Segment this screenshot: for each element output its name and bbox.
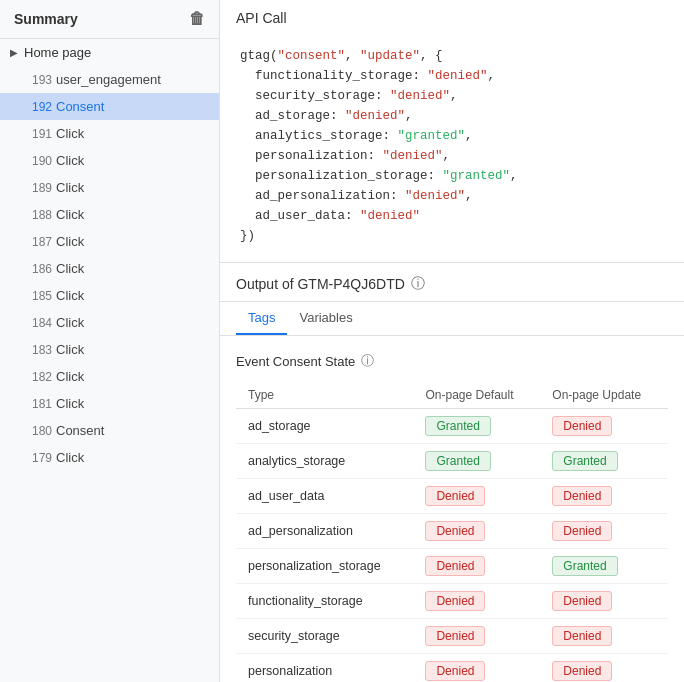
item-label: Click xyxy=(56,342,84,357)
sidebar-item-184[interactable]: 184Click xyxy=(0,309,219,336)
api-call-section: API Call gtag("consent", "update", { fun… xyxy=(220,0,684,263)
table-header-row: Type On-page Default On-page Update xyxy=(236,382,668,409)
arrow-icon: ▶ xyxy=(10,47,18,58)
home-page-label: Home page xyxy=(24,45,91,60)
tab-tags[interactable]: Tags xyxy=(236,302,287,335)
cell-default: Denied xyxy=(413,514,540,549)
sidebar-item-185[interactable]: 185Click xyxy=(0,282,219,309)
sidebar-item-191[interactable]: 191Click xyxy=(0,120,219,147)
item-label: Click xyxy=(56,180,84,195)
cell-default: Denied xyxy=(413,584,540,619)
item-num: 181 xyxy=(24,397,52,411)
item-num: 192 xyxy=(24,100,52,114)
cell-type: functionality_storage xyxy=(236,584,413,619)
table-row: ad_storage Granted Denied xyxy=(236,409,668,444)
badge-default: Granted xyxy=(425,451,490,471)
cell-update: Denied xyxy=(540,654,668,683)
badge-update: Denied xyxy=(552,661,612,681)
item-label: Click xyxy=(56,126,84,141)
cell-default: Denied xyxy=(413,654,540,683)
col-default: On-page Default xyxy=(413,382,540,409)
help-icon[interactable]: ⓘ xyxy=(411,275,425,293)
badge-update: Denied xyxy=(552,591,612,611)
badge-default: Denied xyxy=(425,486,485,506)
item-num: 193 xyxy=(24,73,52,87)
sidebar-item-188[interactable]: 188Click xyxy=(0,201,219,228)
cell-type: personalization xyxy=(236,654,413,683)
cell-update: Denied xyxy=(540,479,668,514)
item-num: 188 xyxy=(24,208,52,222)
sidebar-item-187[interactable]: 187Click xyxy=(0,228,219,255)
badge-default: Denied xyxy=(425,556,485,576)
output-title: Output of GTM-P4QJ6DTD xyxy=(236,276,405,292)
badge-update: Granted xyxy=(552,556,617,576)
table-row: security_storage Denied Denied xyxy=(236,619,668,654)
item-num: 187 xyxy=(24,235,52,249)
item-num: 180 xyxy=(24,424,52,438)
tab-variables[interactable]: Variables xyxy=(287,302,364,335)
badge-update: Denied xyxy=(552,416,612,436)
sidebar-item-182[interactable]: 182Click xyxy=(0,363,219,390)
cell-type: ad_storage xyxy=(236,409,413,444)
sidebar-item-186[interactable]: 186Click xyxy=(0,255,219,282)
sidebar-item-180[interactable]: 180Consent xyxy=(0,417,219,444)
consent-table-body: ad_storage Granted Denied analytics_stor… xyxy=(236,409,668,683)
table-row: ad_user_data Denied Denied xyxy=(236,479,668,514)
code-block: gtag("consent", "update", { functionalit… xyxy=(220,36,684,262)
item-label: Click xyxy=(56,153,84,168)
item-num: 191 xyxy=(24,127,52,141)
sidebar-item-192[interactable]: 192Consent xyxy=(0,93,219,120)
cell-update: Denied xyxy=(540,619,668,654)
consent-state-section: Event Consent State ⓘ Type On-page Defau… xyxy=(220,336,684,682)
sidebar-header: Summary 🗑 xyxy=(0,0,219,39)
cell-type: ad_user_data xyxy=(236,479,413,514)
badge-update: Denied xyxy=(552,521,612,541)
sidebar-item-183[interactable]: 183Click xyxy=(0,336,219,363)
sidebar-item-189[interactable]: 189Click xyxy=(0,174,219,201)
item-label: user_engagement xyxy=(56,72,161,87)
item-label: Click xyxy=(56,207,84,222)
cell-update: Denied xyxy=(540,584,668,619)
badge-default: Denied xyxy=(425,661,485,681)
col-type: Type xyxy=(236,382,413,409)
table-row: personalization_storage Denied Granted xyxy=(236,549,668,584)
item-label: Click xyxy=(56,315,84,330)
item-label: Click xyxy=(56,288,84,303)
sidebar-item-193[interactable]: 193user_engagement xyxy=(0,66,219,93)
main-content: API Call gtag("consent", "update", { fun… xyxy=(220,0,684,682)
delete-icon[interactable]: 🗑 xyxy=(189,10,205,28)
badge-default: Granted xyxy=(425,416,490,436)
item-label: Consent xyxy=(56,423,104,438)
badge-default: Denied xyxy=(425,626,485,646)
sidebar-item-179[interactable]: 179Click xyxy=(0,444,219,471)
item-label: Click xyxy=(56,369,84,384)
badge-update: Denied xyxy=(552,626,612,646)
cell-type: security_storage xyxy=(236,619,413,654)
sidebar: Summary 🗑 ▶ Home page 193user_engagement… xyxy=(0,0,220,682)
consent-table: Type On-page Default On-page Update ad_s… xyxy=(236,382,668,682)
cell-default: Granted xyxy=(413,444,540,479)
home-page-item[interactable]: ▶ Home page xyxy=(0,39,219,66)
cell-default: Denied xyxy=(413,619,540,654)
sidebar-item-190[interactable]: 190Click xyxy=(0,147,219,174)
cell-type: personalization_storage xyxy=(236,549,413,584)
cell-default: Granted xyxy=(413,409,540,444)
item-label: Click xyxy=(56,396,84,411)
cell-update: Granted xyxy=(540,549,668,584)
item-num: 182 xyxy=(24,370,52,384)
badge-default: Denied xyxy=(425,521,485,541)
cell-default: Denied xyxy=(413,479,540,514)
item-num: 185 xyxy=(24,289,52,303)
table-row: ad_personalization Denied Denied xyxy=(236,514,668,549)
consent-help-icon[interactable]: ⓘ xyxy=(361,352,374,370)
tabs-row: Tags Variables xyxy=(220,302,684,336)
output-header: Output of GTM-P4QJ6DTD ⓘ xyxy=(220,263,684,302)
col-update: On-page Update xyxy=(540,382,668,409)
item-num: 190 xyxy=(24,154,52,168)
sidebar-item-181[interactable]: 181Click xyxy=(0,390,219,417)
badge-update: Granted xyxy=(552,451,617,471)
item-label: Click xyxy=(56,261,84,276)
table-row: personalization Denied Denied xyxy=(236,654,668,683)
badge-update: Denied xyxy=(552,486,612,506)
cell-update: Denied xyxy=(540,514,668,549)
